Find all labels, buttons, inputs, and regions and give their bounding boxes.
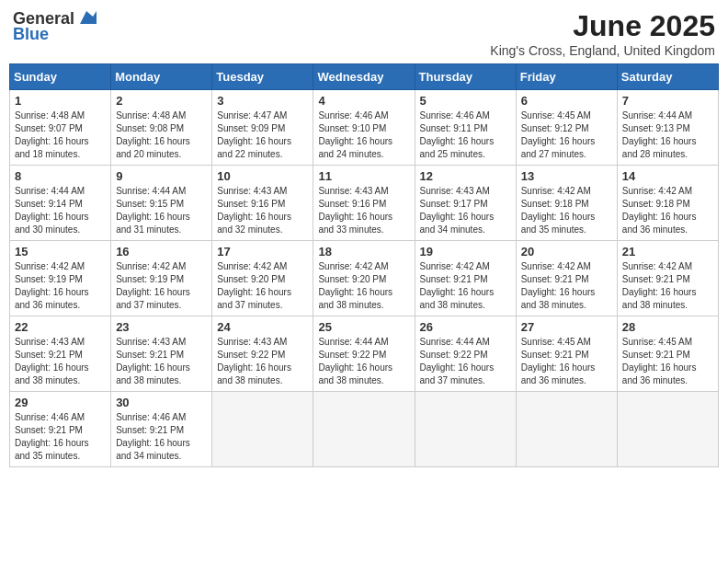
day-info: Sunrise: 4:43 AM Sunset: 9:17 PM Dayligh… — [420, 185, 511, 236]
weekday-header-sunday: Sunday — [10, 64, 111, 90]
weekday-header-friday: Friday — [516, 64, 617, 90]
day-info: Sunrise: 4:45 AM Sunset: 9:12 PM Dayligh… — [521, 109, 612, 161]
day-number: 7 — [622, 94, 713, 108]
day-info: Sunrise: 4:44 AM Sunset: 9:22 PM Dayligh… — [420, 336, 511, 387]
day-cell-17: 17Sunrise: 4:42 AM Sunset: 9:20 PM Dayli… — [212, 241, 313, 316]
subtitle: King's Cross, England, United Kingdom — [490, 43, 715, 58]
day-info: Sunrise: 4:45 AM Sunset: 9:21 PM Dayligh… — [521, 336, 612, 387]
day-info: Sunrise: 4:44 AM Sunset: 9:22 PM Dayligh… — [318, 336, 409, 387]
day-cell-21: 21Sunrise: 4:42 AM Sunset: 9:21 PM Dayli… — [617, 241, 718, 316]
day-cell-7: 7Sunrise: 4:44 AM Sunset: 9:13 PM Daylig… — [617, 90, 718, 166]
day-cell-3: 3Sunrise: 4:47 AM Sunset: 9:09 PM Daylig… — [212, 90, 313, 166]
day-cell-16: 16Sunrise: 4:42 AM Sunset: 9:19 PM Dayli… — [111, 241, 212, 316]
day-info: Sunrise: 4:42 AM Sunset: 9:18 PM Dayligh… — [521, 185, 612, 236]
day-cell-28: 28Sunrise: 4:45 AM Sunset: 9:21 PM Dayli… — [617, 316, 718, 392]
day-info: Sunrise: 4:42 AM Sunset: 9:18 PM Dayligh… — [622, 185, 713, 236]
day-info: Sunrise: 4:42 AM Sunset: 9:20 PM Dayligh… — [318, 260, 409, 312]
day-number: 1 — [15, 94, 106, 108]
day-number: 9 — [116, 169, 207, 183]
weekday-header-saturday: Saturday — [617, 64, 718, 90]
weekday-header-thursday: Thursday — [415, 64, 516, 90]
day-cell-8: 8Sunrise: 4:44 AM Sunset: 9:14 PM Daylig… — [10, 166, 111, 241]
day-info: Sunrise: 4:43 AM Sunset: 9:21 PM Dayligh… — [15, 336, 106, 387]
day-cell-23: 23Sunrise: 4:43 AM Sunset: 9:21 PM Dayli… — [111, 316, 212, 392]
day-info: Sunrise: 4:46 AM Sunset: 9:10 PM Dayligh… — [318, 109, 409, 161]
day-cell-13: 13Sunrise: 4:42 AM Sunset: 9:18 PM Dayli… — [516, 166, 617, 241]
day-cell-19: 19Sunrise: 4:42 AM Sunset: 9:21 PM Dayli… — [415, 241, 516, 316]
day-cell-2: 2Sunrise: 4:48 AM Sunset: 9:08 PM Daylig… — [111, 90, 212, 166]
week-row-1: 1Sunrise: 4:48 AM Sunset: 9:07 PM Daylig… — [10, 90, 719, 166]
day-number: 28 — [622, 320, 713, 334]
day-cell-6: 6Sunrise: 4:45 AM Sunset: 9:12 PM Daylig… — [516, 90, 617, 166]
day-info: Sunrise: 4:42 AM Sunset: 9:19 PM Dayligh… — [15, 260, 106, 312]
page-header: General Blue June 2025 King's Cross, Eng… — [9, 9, 719, 58]
day-cell-9: 9Sunrise: 4:44 AM Sunset: 9:15 PM Daylig… — [111, 166, 212, 241]
day-number: 16 — [116, 245, 207, 259]
day-cell-1: 1Sunrise: 4:48 AM Sunset: 9:07 PM Daylig… — [10, 90, 111, 166]
day-number: 22 — [15, 320, 106, 334]
day-number: 24 — [217, 320, 308, 334]
day-number: 4 — [318, 94, 409, 108]
logo: General Blue — [13, 9, 97, 44]
week-row-3: 15Sunrise: 4:42 AM Sunset: 9:19 PM Dayli… — [10, 241, 719, 316]
day-info: Sunrise: 4:44 AM Sunset: 9:13 PM Dayligh… — [622, 109, 713, 161]
day-info: Sunrise: 4:42 AM Sunset: 9:21 PM Dayligh… — [420, 260, 511, 312]
day-info: Sunrise: 4:42 AM Sunset: 9:21 PM Dayligh… — [521, 260, 612, 312]
day-number: 2 — [116, 94, 207, 108]
day-cell-empty — [415, 392, 516, 467]
day-cell-29: 29Sunrise: 4:46 AM Sunset: 9:21 PM Dayli… — [10, 392, 111, 467]
week-row-5: 29Sunrise: 4:46 AM Sunset: 9:21 PM Dayli… — [10, 392, 719, 467]
day-info: Sunrise: 4:43 AM Sunset: 9:22 PM Dayligh… — [217, 336, 308, 387]
day-number: 11 — [318, 169, 409, 183]
day-number: 19 — [420, 245, 511, 259]
day-info: Sunrise: 4:47 AM Sunset: 9:09 PM Dayligh… — [217, 109, 308, 161]
day-number: 29 — [15, 396, 106, 409]
day-info: Sunrise: 4:43 AM Sunset: 9:21 PM Dayligh… — [116, 336, 207, 387]
day-number: 13 — [521, 169, 612, 183]
day-cell-15: 15Sunrise: 4:42 AM Sunset: 9:19 PM Dayli… — [10, 241, 111, 316]
day-info: Sunrise: 4:42 AM Sunset: 9:21 PM Dayligh… — [622, 260, 713, 312]
day-info: Sunrise: 4:43 AM Sunset: 9:16 PM Dayligh… — [217, 185, 308, 236]
day-info: Sunrise: 4:43 AM Sunset: 9:16 PM Dayligh… — [318, 185, 409, 236]
day-cell-10: 10Sunrise: 4:43 AM Sunset: 9:16 PM Dayli… — [212, 166, 313, 241]
logo-blue-text: Blue — [13, 25, 49, 44]
day-number: 25 — [318, 320, 409, 334]
day-info: Sunrise: 4:48 AM Sunset: 9:08 PM Dayligh… — [116, 109, 207, 161]
day-number: 15 — [15, 245, 106, 259]
day-cell-30: 30Sunrise: 4:46 AM Sunset: 9:21 PM Dayli… — [111, 392, 212, 467]
main-title: June 2025 — [490, 9, 715, 43]
day-cell-20: 20Sunrise: 4:42 AM Sunset: 9:21 PM Dayli… — [516, 241, 617, 316]
day-cell-12: 12Sunrise: 4:43 AM Sunset: 9:17 PM Dayli… — [415, 166, 516, 241]
day-info: Sunrise: 4:48 AM Sunset: 9:07 PM Dayligh… — [15, 109, 106, 161]
day-cell-empty — [617, 392, 718, 467]
day-number: 5 — [420, 94, 511, 108]
day-number: 26 — [420, 320, 511, 334]
day-number: 6 — [521, 94, 612, 108]
day-number: 8 — [15, 169, 106, 183]
day-info: Sunrise: 4:46 AM Sunset: 9:11 PM Dayligh… — [420, 109, 511, 161]
weekday-header-wednesday: Wednesday — [313, 64, 415, 90]
day-number: 18 — [318, 245, 409, 259]
day-cell-empty — [516, 392, 617, 467]
weekday-header-tuesday: Tuesday — [212, 64, 313, 90]
day-info: Sunrise: 4:42 AM Sunset: 9:19 PM Dayligh… — [116, 260, 207, 312]
day-cell-4: 4Sunrise: 4:46 AM Sunset: 9:10 PM Daylig… — [313, 90, 415, 166]
day-info: Sunrise: 4:44 AM Sunset: 9:15 PM Dayligh… — [116, 185, 207, 236]
day-cell-18: 18Sunrise: 4:42 AM Sunset: 9:20 PM Dayli… — [313, 241, 415, 316]
day-cell-empty — [313, 392, 415, 467]
day-number: 20 — [521, 245, 612, 259]
week-row-2: 8Sunrise: 4:44 AM Sunset: 9:14 PM Daylig… — [10, 166, 719, 241]
day-number: 23 — [116, 320, 207, 334]
day-cell-27: 27Sunrise: 4:45 AM Sunset: 9:21 PM Dayli… — [516, 316, 617, 392]
day-info: Sunrise: 4:44 AM Sunset: 9:14 PM Dayligh… — [15, 185, 106, 236]
day-cell-11: 11Sunrise: 4:43 AM Sunset: 9:16 PM Dayli… — [313, 166, 415, 241]
logo-icon — [76, 7, 97, 28]
calendar-table: SundayMondayTuesdayWednesdayThursdayFrid… — [9, 63, 719, 467]
day-number: 10 — [217, 169, 308, 183]
weekday-header-monday: Monday — [111, 64, 212, 90]
day-number: 17 — [217, 245, 308, 259]
day-number: 12 — [420, 169, 511, 183]
day-info: Sunrise: 4:46 AM Sunset: 9:21 PM Dayligh… — [15, 411, 106, 463]
day-cell-22: 22Sunrise: 4:43 AM Sunset: 9:21 PM Dayli… — [10, 316, 111, 392]
day-number: 30 — [116, 396, 207, 409]
